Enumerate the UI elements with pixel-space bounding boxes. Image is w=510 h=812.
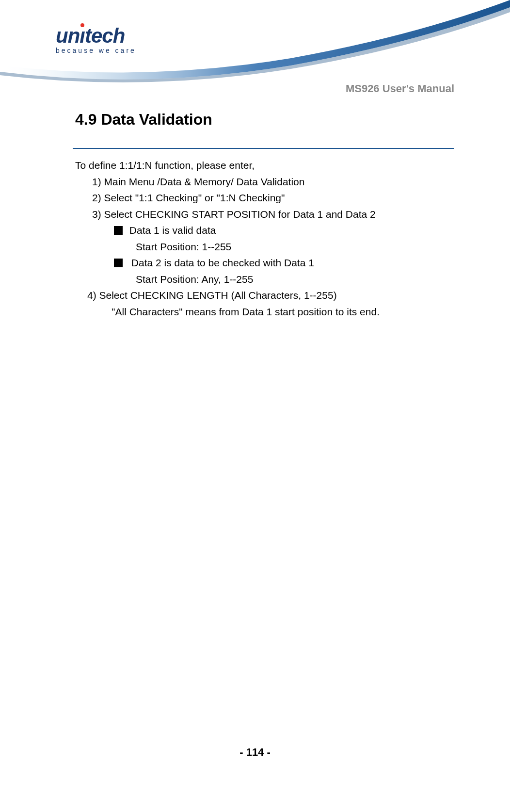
bullet-2-detail: Start Position: Any, 1--255 — [75, 272, 454, 287]
bullet-1-text: Data 1 is valid data — [129, 225, 216, 236]
page-number: - 114 - — [0, 746, 510, 759]
logo-tagline: because we care — [56, 47, 153, 54]
bullet-2-text: Data 2 is data to be checked with Data 1 — [131, 257, 314, 268]
bullet-1-detail: Start Position: 1--255 — [75, 239, 454, 255]
page-header: unıtech because we care MS926 User's Man… — [0, 0, 510, 97]
logo: unıtech because we care — [56, 24, 153, 54]
main-content: 4.9 Data Validation To define 1:1/1:N fu… — [0, 111, 510, 319]
square-bullet-icon — [114, 259, 123, 267]
step-3: 3) Select CHECKING START POSITION for Da… — [75, 207, 454, 222]
step-2: 2) Select "1:1 Checking" or "1:N Checkin… — [75, 190, 454, 206]
section-divider — [73, 148, 454, 149]
step-1: 1) Main Menu /Data & Memory/ Data Valida… — [75, 174, 454, 190]
step-4: 4) Select CHECKING LENGTH (All Character… — [75, 288, 454, 303]
bullet-2: Data 2 is data to be checked with Data 1 — [75, 255, 454, 271]
step-4-detail: "All Characters" means from Data 1 start… — [75, 304, 454, 320]
intro-text: To define 1:1/1:N function, please enter… — [75, 158, 454, 173]
body-text: To define 1:1/1:N function, please enter… — [75, 158, 454, 319]
bullet-1: Data 1 is valid data — [75, 223, 454, 238]
logo-text: unıtech — [56, 24, 153, 48]
square-bullet-icon — [114, 226, 123, 235]
manual-title: MS926 User's Manual — [346, 82, 454, 95]
section-title: 4.9 Data Validation — [75, 111, 454, 129]
